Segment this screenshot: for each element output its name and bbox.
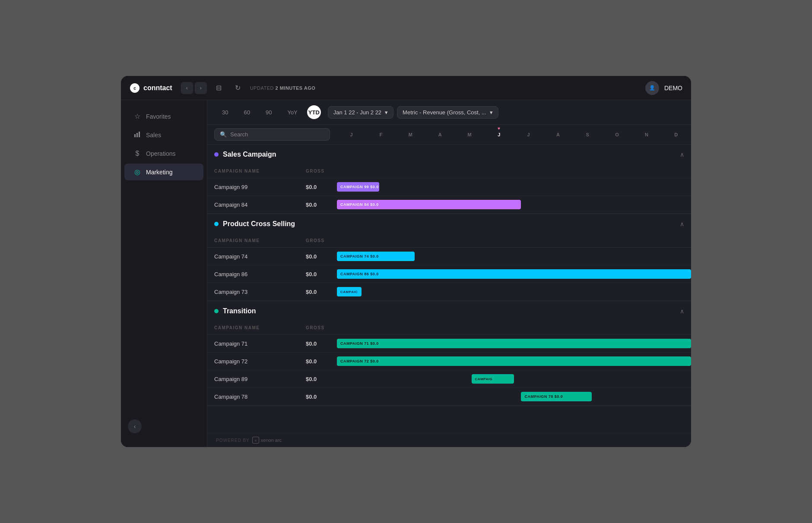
date-range-picker[interactable]: Jan 1 22 - Jun 2 22 ▾ <box>328 106 393 119</box>
campaign-name: Campaign 86 <box>207 268 302 280</box>
campaign-bar: CAMPAIGN 71 $0.0 <box>337 339 691 348</box>
period-90-button[interactable]: 90 <box>260 107 278 118</box>
campaign-bar: CAMPAIGN 99 $0.0 <box>337 182 379 192</box>
month-o: O <box>603 129 632 141</box>
campaign-bar: CAMPAIC <box>337 287 362 296</box>
col-campaign-name: CAMPAIGN NAME <box>207 166 302 176</box>
campaign-gross: $0.0 <box>302 251 337 262</box>
section-product-header[interactable]: Product Cross Selling ∧ <box>207 214 691 234</box>
filter-button[interactable]: ⊟ <box>212 81 226 95</box>
brand-name: xenon arc <box>261 438 282 443</box>
section-transition-header[interactable]: Transition ∧ <box>207 301 691 321</box>
campaign-bar: CAMPAIGN 74 $0.0 <box>337 252 415 261</box>
sales-campaign-toggle[interactable]: ∧ <box>680 151 684 158</box>
month-d: D <box>662 129 691 141</box>
top-bar: c conntact ‹ › ⊟ ↻ UPDATED 2 MINUTES AGO… <box>121 76 691 100</box>
table-row[interactable]: Campaign 73 $0.0 CAMPAIC <box>207 283 691 301</box>
section-product-cross-selling: Product Cross Selling ∧ CAMPAIGN NAME GR… <box>207 214 691 301</box>
col-gross: GROSS <box>302 236 337 246</box>
date-range-chevron: ▾ <box>385 109 388 116</box>
section-sales-campaign: Sales Campaign ∧ CAMPAIGN NAME GROSS Cam… <box>207 145 691 214</box>
demo-label: DEMO <box>664 85 682 91</box>
back-button[interactable]: ‹ <box>181 82 193 94</box>
campaign-bar: CAMPAIGN 78 $0.0 <box>521 392 592 401</box>
table-row[interactable]: Campaign 78 $0.0 CAMPAIGN 78 $0.0 <box>207 388 691 406</box>
month-header: 🔍 Search J F M A M J J A S O <box>207 125 691 145</box>
period-ytd-button[interactable]: YTD <box>307 105 321 119</box>
avatar: 👤 <box>645 81 659 95</box>
month-j1: J <box>337 129 366 141</box>
sidebar: ☆ Favorites Sales $ Operations ◎ <box>121 100 207 447</box>
campaign-gross: $0.0 <box>302 356 337 367</box>
campaign-name: Campaign 84 <box>207 199 302 211</box>
campaign-name: Campaign 71 <box>207 338 302 350</box>
period-30-button[interactable]: 30 <box>216 107 234 118</box>
month-j3: J <box>514 129 543 141</box>
campaign-chart: CAMPAIGN 74 $0.0 <box>337 250 691 262</box>
campaign-bar: CAMPAIGN 84 $0.0 <box>337 200 521 209</box>
metric-picker[interactable]: Metric - Revenue (Gross, Cost, ... ▾ <box>397 106 498 119</box>
transition-title: Transition <box>223 307 676 315</box>
table-row[interactable]: Campaign 86 $0.0 CAMPAIGN 86 $0.0 <box>207 265 691 283</box>
sidebar-item-sales[interactable]: Sales <box>124 126 203 144</box>
sales-icon <box>133 131 142 139</box>
metric-label: Metric - Revenue (Gross, Cost, ... <box>403 109 486 116</box>
month-a1: A <box>425 129 455 141</box>
collapse-sidebar-button[interactable]: ‹ <box>128 419 142 433</box>
logo-icon: c <box>130 83 140 93</box>
table-row[interactable]: Campaign 99 $0.0 CAMPAIGN 99 $0.0 <box>207 178 691 196</box>
metric-chevron: ▾ <box>490 109 493 116</box>
sidebar-item-operations[interactable]: $ Operations <box>124 145 203 162</box>
main-content: 30 60 90 YoY YTD Jan 1 22 - Jun 2 22 ▾ M… <box>207 100 691 447</box>
campaign-gross: $0.0 <box>302 338 337 350</box>
transition-toggle[interactable]: ∧ <box>680 308 684 315</box>
col-campaign-name: CAMPAIGN NAME <box>207 236 302 246</box>
app-window: c conntact ‹ › ⊟ ↻ UPDATED 2 MINUTES AGO… <box>121 76 691 447</box>
left-panel-header: 🔍 Search <box>207 125 337 144</box>
col-gross: GROSS <box>302 323 337 333</box>
xenon-icon: x <box>252 437 259 444</box>
campaign-chart: CAMPAIGN 71 $0.0 <box>337 337 691 350</box>
sales-campaign-table-header: CAMPAIGN NAME GROSS <box>207 164 691 178</box>
forward-button[interactable]: › <box>195 82 207 94</box>
section-sales-campaign-header[interactable]: Sales Campaign ∧ <box>207 145 691 164</box>
refresh-button[interactable]: ↻ <box>231 81 245 95</box>
favorites-icon: ☆ <box>133 112 142 120</box>
campaign-chart: CAMPAIGN 78 $0.0 <box>337 391 691 403</box>
sidebar-item-label: Sales <box>146 132 161 139</box>
search-icon: 🔍 <box>220 131 227 138</box>
campaign-gross: $0.0 <box>302 286 337 298</box>
section-transition: Transition ∧ CAMPAIGN NAME GROSS Campaig… <box>207 301 691 406</box>
xenon-logo: x xenon arc <box>252 437 282 444</box>
campaign-name: Campaign 78 <box>207 391 302 403</box>
product-title: Product Cross Selling <box>223 220 676 228</box>
campaign-gross: $0.0 <box>302 199 337 211</box>
campaign-bar: CAMPAIGN 86 $0.0 <box>337 269 691 279</box>
table-row[interactable]: Campaign 71 $0.0 CAMPAIGN 71 $0.0 <box>207 335 691 353</box>
month-m1: M <box>396 129 425 141</box>
table-row[interactable]: Campaign 89 $0.0 CAMPAIG <box>207 370 691 388</box>
table-row[interactable]: Campaign 74 $0.0 CAMPAIGN 74 $0.0 <box>207 248 691 265</box>
campaign-chart: CAMPAIGN 99 $0.0 <box>337 181 691 193</box>
product-table-header: CAMPAIGN NAME GROSS <box>207 234 691 248</box>
period-60-button[interactable]: 60 <box>238 107 256 118</box>
campaign-bar: CAMPAIGN 72 $0.0 <box>337 356 691 366</box>
campaign-name: Campaign 72 <box>207 356 302 367</box>
campaign-chart: CAMPAIC <box>337 286 691 298</box>
transition-dot <box>214 309 219 313</box>
gantt-scroll[interactable]: Sales Campaign ∧ CAMPAIGN NAME GROSS Cam… <box>207 145 691 433</box>
period-yoy-button[interactable]: YoY <box>281 107 303 118</box>
search-box[interactable]: 🔍 Search <box>214 128 330 141</box>
product-toggle[interactable]: ∧ <box>680 221 684 227</box>
table-row[interactable]: Campaign 84 $0.0 CAMPAIGN 84 $0.0 <box>207 196 691 214</box>
month-s: S <box>573 129 603 141</box>
campaign-name: Campaign 89 <box>207 373 302 385</box>
table-row[interactable]: Campaign 72 $0.0 CAMPAIGN 72 $0.0 <box>207 353 691 370</box>
search-placeholder: Search <box>230 131 248 138</box>
sidebar-item-favorites[interactable]: ☆ Favorites <box>124 108 203 125</box>
sidebar-bottom: ‹ <box>121 413 207 440</box>
campaign-gross: $0.0 <box>302 268 337 280</box>
sidebar-item-marketing[interactable]: ◎ Marketing <box>124 164 203 180</box>
campaign-gross: $0.0 <box>302 391 337 403</box>
campaign-gross: $0.0 <box>302 181 337 193</box>
